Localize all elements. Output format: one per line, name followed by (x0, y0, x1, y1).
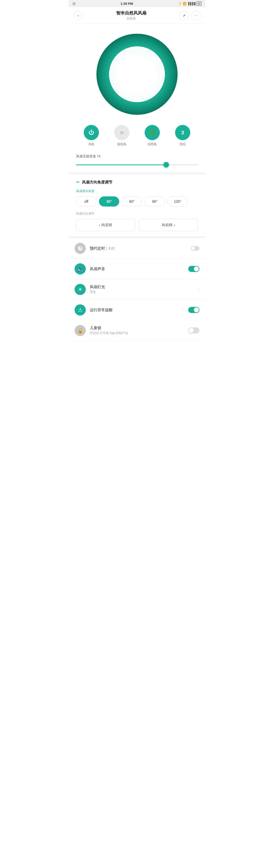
angle-section: ✏ 风扇方向角度调节 风扇摆头角度 off 30° 60° 90° 120° 风… (68, 174, 205, 238)
slider-track (76, 164, 198, 165)
direct-wind-label: 直吹风 (117, 142, 126, 147)
schedule-icon-wrap: 🕐 (75, 243, 86, 254)
angle-section-title: 风扇方向角度调节 (82, 180, 112, 185)
slider-thumb[interactable] (163, 162, 169, 167)
status-time: 1:35 PM (120, 2, 133, 6)
rotate-left-label: 向左转 (102, 223, 112, 227)
schedule-text: 预约定时 | 关闭 (90, 246, 191, 251)
signal-icon: ▐▐▐▐ (188, 2, 195, 5)
speed-slider[interactable] (76, 162, 198, 167)
angle-btn-60[interactable]: 60° (122, 196, 142, 207)
schedule-main: 预约定时 | 关闭 (90, 246, 191, 251)
schedule-toggle-wrap (191, 246, 199, 251)
direct-wind-control[interactable]: ≋ 直吹风 (114, 125, 129, 147)
childlock-sub: 开启后,只可用 App 控制产品 (90, 331, 188, 335)
gear-button[interactable]: 3 (175, 125, 190, 140)
gear-value: 3 (181, 130, 184, 135)
speed-section: 风扇无级变速 74 (68, 152, 205, 174)
more-button[interactable]: ··· (191, 11, 200, 20)
direct-wind-button[interactable]: ≋ (114, 125, 129, 140)
settings-item-schedule[interactable]: 🕐 预约定时 | 关闭 (68, 238, 205, 259)
natural-wind-button[interactable]: 🌿 (145, 125, 160, 140)
status-bar: ⊙ 1:35 PM ⚡ 📶 ▐▐▐▐ 42 (68, 0, 205, 7)
head-angle-label: 风扇摆头角度 (76, 189, 198, 193)
fan-circle-section (68, 24, 205, 122)
wifi-icon: 📶 (183, 2, 187, 5)
natural-wind-control[interactable]: 🌿 自然风 (145, 125, 160, 147)
settings-item-alert[interactable]: ⚠ 运行异常提醒 (68, 300, 205, 320)
light-icon-wrap: ☀ (75, 284, 86, 295)
direct-wind-icon: ≋ (120, 129, 124, 135)
childlock-icon-wrap: 🔒 (75, 325, 86, 336)
left-chevron-icon: ‹ (99, 223, 100, 227)
page-title: 智米自然风风扇 (83, 10, 180, 16)
angle-btn-30[interactable]: 30° (99, 196, 119, 207)
schedule-toggle[interactable] (191, 246, 199, 251)
angle-btn-off[interactable]: off (76, 196, 97, 207)
right-chevron-icon: › (174, 223, 175, 227)
power-icon: ⏻ (88, 129, 94, 136)
direction-buttons: ‹ 向左转 向右转 › (76, 219, 198, 231)
direction-label: 风扇方向调节 (76, 212, 198, 216)
childlock-main: 儿童锁 (90, 326, 188, 331)
back-icon: ‹ (78, 13, 79, 18)
alert-text: 运行异常提醒 (90, 308, 188, 312)
light-icon: ☀ (78, 286, 82, 292)
natural-wind-label: 自然风 (148, 142, 157, 147)
alert-icon: ⚠ (78, 307, 82, 313)
back-button[interactable]: ‹ (74, 11, 83, 20)
bluetooth-icon: ⚡ (178, 2, 182, 5)
alert-main: 运行异常提醒 (90, 308, 188, 312)
childlock-toggle-thumb (189, 328, 194, 333)
share-icon: ⇗ (183, 13, 186, 18)
angle-buttons: off 30° 60° 90° 120° (76, 196, 198, 207)
settings-item-light[interactable]: ☀ 风扇灯光 亮光 › (68, 279, 205, 300)
header-actions: ⇗ ··· (180, 11, 200, 20)
natural-wind-icon: 🌿 (149, 129, 156, 135)
alert-icon-wrap: ⚠ (75, 304, 86, 315)
fan-ring-outer (97, 34, 177, 115)
fan-ring-lines (112, 49, 162, 100)
gear-label: 挡位 (180, 142, 186, 147)
battery-icon: 42 (196, 2, 201, 6)
schedule-icon: 🕐 (77, 245, 83, 251)
sound-text: 风扇声音 (90, 267, 188, 272)
alert-toggle[interactable] (188, 307, 199, 313)
header-center: 智米自然风风扇 自然风 (83, 10, 180, 21)
status-icon: ⊙ (73, 2, 76, 6)
childlock-text: 儿童锁 开启后,只可用 App 控制产品 (90, 326, 188, 335)
share-button[interactable]: ⇗ (180, 11, 189, 20)
power-control[interactable]: ⏻ 关机 (84, 125, 99, 147)
childlock-icon: 🔒 (77, 328, 83, 334)
settings-item-childlock[interactable]: 🔒 儿童锁 开启后,只可用 App 控制产品 (68, 320, 205, 341)
light-sub: 亮光 (90, 290, 198, 294)
control-buttons: ⏻ 关机 ≋ 直吹风 🌿 自然风 3 挡位 (68, 122, 205, 152)
slider-fill (76, 164, 166, 165)
angle-btn-120[interactable]: 120° (167, 196, 188, 207)
settings-list: 🕐 预约定时 | 关闭 🔈 风扇声音 ☀ 风扇灯光 亮光 › (68, 238, 205, 341)
childlock-toggle[interactable] (188, 328, 199, 334)
rotate-right-label: 向右转 (162, 223, 172, 227)
alert-toggle-thumb (194, 307, 199, 312)
light-chevron: › (198, 287, 199, 292)
status-icons: ⚡ 📶 ▐▐▐▐ 42 (178, 2, 201, 6)
more-icon: ··· (194, 13, 197, 18)
sound-main: 风扇声音 (90, 267, 188, 272)
settings-item-sound[interactable]: 🔈 风扇声音 (68, 259, 205, 279)
gear-control[interactable]: 3 挡位 (175, 125, 190, 147)
power-button[interactable]: ⏻ (84, 125, 99, 140)
angle-icon: ✏ (76, 179, 80, 185)
rotate-left-button[interactable]: ‹ 向左转 (76, 219, 135, 231)
speed-label: 风扇无级变速 74 (76, 154, 198, 159)
header: ‹ 智米自然风风扇 自然风 ⇗ ··· (68, 7, 205, 24)
sound-icon-wrap: 🔈 (75, 263, 86, 275)
angle-section-header: ✏ 风扇方向角度调节 (76, 179, 198, 185)
page-subtitle: 自然风 (83, 17, 180, 21)
sound-toggle[interactable] (188, 266, 199, 272)
angle-btn-90[interactable]: 90° (145, 196, 165, 207)
power-label: 关机 (88, 142, 94, 147)
schedule-toggle-thumb (191, 247, 195, 250)
rotate-right-button[interactable]: 向右转 › (139, 219, 198, 231)
sound-icon: 🔈 (77, 266, 83, 272)
sound-toggle-thumb (194, 266, 199, 272)
